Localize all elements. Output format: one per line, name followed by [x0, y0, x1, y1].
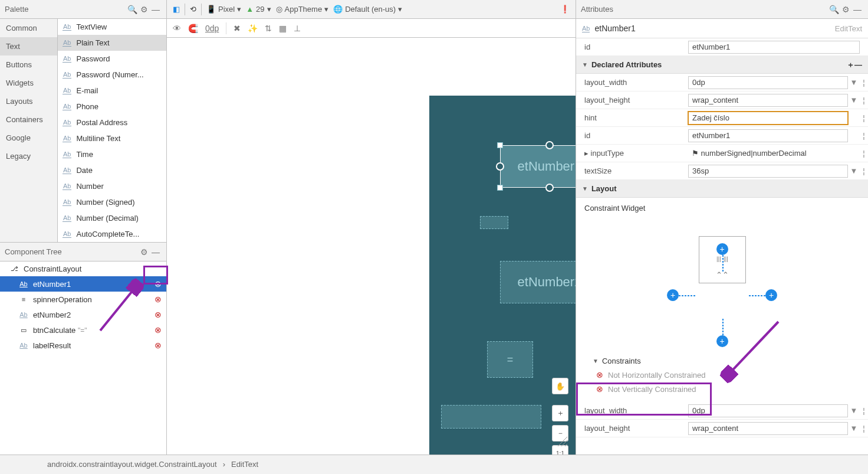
breadcrumb-root[interactable]: androidx.constraintlayout.widget.Constra…	[47, 460, 217, 469]
attr-input[interactable]	[688, 165, 848, 178]
palette-category[interactable]: Layouts	[0, 92, 57, 110]
layers-icon[interactable]: ◧	[173, 5, 180, 14]
breadcrumb: androidx.constraintlayout.widget.Constra…	[0, 455, 868, 473]
palette-category[interactable]: Google	[0, 129, 57, 147]
error-icon: ⊗	[154, 310, 162, 319]
gear-icon[interactable]: ⚙	[138, 5, 150, 14]
palette-item[interactable]: AbPassword (Numer...	[58, 67, 166, 83]
canvas-widget[interactable]	[480, 216, 508, 229]
theme-dropdown[interactable]: ◎ AppTheme ▾	[276, 5, 329, 14]
text-icon: Ab	[63, 182, 71, 190]
palette-item[interactable]: AbMultiline Text	[58, 130, 166, 146]
add-constraint-right[interactable]: +	[765, 289, 777, 301]
constraint-warning: ⊗Not Vertically Constrained	[584, 382, 860, 396]
svg-line-1	[725, 322, 778, 378]
layout-section[interactable]: ▼Layout	[576, 180, 868, 198]
palette-category[interactable]: Widgets	[0, 74, 57, 92]
palette-title: Palette	[5, 5, 126, 14]
palette-item[interactable]: AbNumber (Decimal)	[58, 210, 166, 226]
palette-item[interactable]: AbAutoCompleteTe...	[58, 226, 166, 242]
gear-icon[interactable]: ⚙	[138, 247, 150, 257]
default-margin[interactable]: 0dp	[205, 24, 219, 33]
error-icon: ⊗	[596, 384, 603, 394]
search-icon[interactable]: 🔍	[126, 5, 138, 14]
palette-category[interactable]: Buttons	[0, 55, 57, 74]
remove-icon[interactable]: —	[854, 60, 862, 69]
minimize-icon[interactable]: —	[150, 5, 162, 14]
pack-icon[interactable]: ⇅	[265, 24, 272, 33]
attributes-title: Attributes	[581, 5, 828, 14]
attr-row: layout_height▼¦	[576, 91, 868, 109]
palette-item[interactable]: AbTime	[58, 146, 166, 162]
tree-root[interactable]: ⎇ConstraintLayout	[0, 261, 166, 276]
palette-category[interactable]: Containers	[0, 110, 57, 129]
pan-button[interactable]: ✋	[552, 378, 568, 394]
tree-item[interactable]: AblabelResult⊗	[0, 338, 166, 353]
search-icon[interactable]: 🔍	[828, 5, 840, 14]
palette-item[interactable]: AbPostal Address	[58, 115, 166, 130]
device-dropdown[interactable]: 📱 Pixel ▾	[206, 5, 241, 14]
text-icon: Ab	[63, 166, 71, 174]
attr-id: id	[576, 38, 868, 56]
canvas-widget[interactable]	[441, 405, 541, 429]
guideline-icon[interactable]: ⊥	[294, 24, 301, 33]
attr-input[interactable]	[688, 112, 848, 125]
canvas-widget[interactable]: etNumber2	[500, 261, 576, 303]
error-icon: ⊗	[154, 325, 162, 335]
design-canvas[interactable]: etNumber1etNumber2= ✋ ＋ － 1:1 ▣	[167, 38, 576, 455]
canvas-widget[interactable]: =	[487, 341, 533, 378]
palette-category[interactable]: Legacy	[0, 147, 57, 165]
palette-item[interactable]: AbDate	[58, 162, 166, 178]
palette-item[interactable]: AbPlain Text	[58, 35, 166, 51]
text-icon: Ab	[63, 71, 71, 79]
design-toolbar: ◧ ⟲ 📱 Pixel ▾ ▲ 29 ▾ ◎ AppTheme ▾ 🌐 Defa…	[167, 0, 576, 19]
palette-category[interactable]: Text	[0, 37, 57, 55]
attr-row: hint¦	[576, 109, 868, 127]
orientation-icon[interactable]: ⟲	[190, 5, 196, 14]
palette-item[interactable]: AbTextView	[58, 19, 166, 35]
palette-item[interactable]: AbPassword	[58, 51, 166, 67]
api-dropdown[interactable]: ▲ 29 ▾	[246, 5, 271, 14]
add-constraint-left[interactable]: +	[667, 289, 679, 301]
infer-constraints-icon[interactable]: ✨	[248, 24, 258, 33]
palette-item[interactable]: AbNumber (Signed)	[58, 194, 166, 210]
edittext-icon: Ab	[582, 25, 590, 32]
palette-item[interactable]: AbPhone	[58, 99, 166, 115]
canvas-widget[interactable]: etNumber1	[500, 145, 576, 188]
palette-items: AbTextViewAbPlain TextAbPasswordAbPasswo…	[58, 19, 166, 242]
id-input[interactable]	[688, 41, 860, 54]
attributes-selected: Ab etNumber1 EditText	[576, 19, 868, 38]
palette-item[interactable]: AbNumber	[58, 178, 166, 194]
error-icon[interactable]: ❗	[560, 5, 570, 14]
breadcrumb-leaf[interactable]: EditText	[231, 460, 258, 469]
add-icon[interactable]: ＋	[847, 60, 854, 70]
palette-item[interactable]: AbE-mail	[58, 83, 166, 99]
text-icon: Ab	[63, 55, 71, 63]
locale-dropdown[interactable]: 🌐 Default (en-us) ▾	[333, 5, 402, 14]
text-icon: Ab	[63, 119, 71, 126]
svg-line-0	[100, 283, 139, 331]
attr-input[interactable]	[688, 76, 848, 89]
palette-categories: CommonTextButtonsWidgetsLayoutsContainer…	[0, 19, 58, 242]
attr-row: layout_width▼¦	[576, 74, 868, 91]
declared-attributes-section[interactable]: ▼Declared Attributes ＋ —	[576, 56, 868, 74]
magnet-icon[interactable]: 🧲	[188, 24, 198, 33]
attr-input[interactable]	[688, 422, 848, 435]
add-constraint-top[interactable]: +	[716, 243, 728, 255]
palette-category[interactable]: Common	[0, 19, 57, 37]
attr-input[interactable]	[688, 94, 848, 107]
attr-row: layout_width▼¦	[576, 402, 868, 420]
text-icon: Ab	[63, 103, 71, 110]
attr-input[interactable]	[688, 129, 848, 142]
gear-icon[interactable]: ⚙	[840, 5, 851, 14]
attr-input[interactable]	[688, 404, 848, 417]
resize-grip-icon[interactable]	[557, 436, 568, 447]
design-toolbar-2: 👁 🧲 0dp ✖ ✨ ⇅ ▦ ⊥	[167, 19, 576, 38]
attr-row: ▸ inputType⚑ numberSigned|numberDecimal¦	[576, 145, 868, 162]
minimize-icon[interactable]: —	[851, 5, 863, 14]
minimize-icon[interactable]: —	[150, 247, 162, 257]
eye-icon[interactable]: 👁	[173, 24, 181, 33]
clear-constraints-icon[interactable]: ✖	[234, 24, 241, 33]
zoom-in-button[interactable]: ＋	[552, 405, 568, 421]
align-icon[interactable]: ▦	[279, 24, 287, 33]
